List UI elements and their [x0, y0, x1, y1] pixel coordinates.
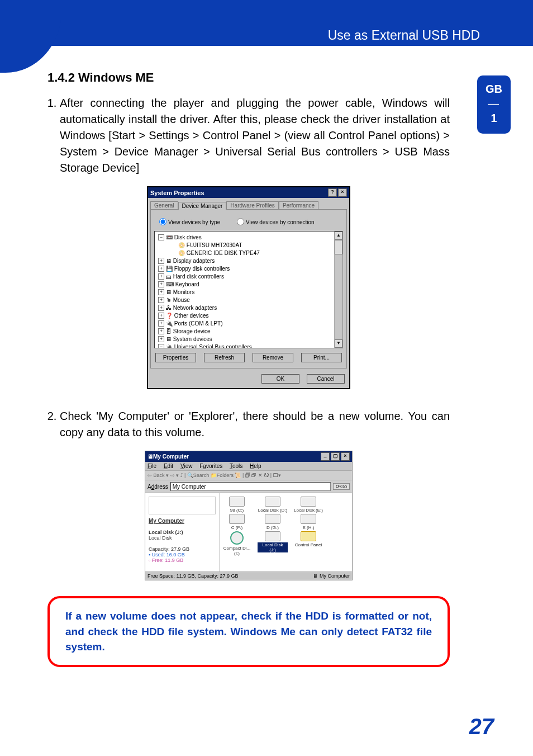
tab-general[interactable]: General	[150, 201, 178, 209]
drive-h[interactable]: E (H:)	[293, 514, 323, 530]
header-title: Use as External USB HDD	[328, 28, 480, 43]
ok-button[interactable]: OK	[261, 374, 299, 384]
side-tab-chapter: 1	[477, 111, 511, 125]
section-heading: 1.4.2 Windows ME	[47, 70, 450, 85]
menu-help[interactable]: Help	[250, 463, 261, 469]
capacity-label: Capacity: 27.9 GB	[149, 546, 216, 552]
close-icon[interactable]: ×	[338, 188, 347, 197]
mycomputer-icon	[149, 497, 216, 514]
side-panel: My Computer Local Disk (J:) Local Disk C…	[145, 493, 220, 571]
step-2: Check 'My Computer' or 'Explorer', there…	[60, 408, 450, 441]
menu-bar[interactable]: FFileile Edit View Favorites Tools Help	[145, 462, 352, 471]
mycomputer-titlebar: 🖥 My Computer _ ▢ ×	[145, 451, 352, 462]
expand-icon[interactable]: +	[158, 258, 164, 264]
toolbar[interactable]: ⇦ Back ▾ ⇨ ▾ ⤴ | 🔍Search 📁Folders 📜 | 🗐 …	[145, 471, 352, 480]
radio-by-type[interactable]: View devices by type	[156, 219, 220, 225]
header-curve	[0, 0, 61, 73]
side-tab: GB — 1	[477, 75, 511, 134]
drive-g[interactable]: D (G:)	[258, 514, 288, 530]
used-label: Used: 16.0 GB	[152, 552, 185, 557]
tab-hardware-profiles[interactable]: Hardware Profiles	[226, 201, 278, 209]
side-panel-title: My Computer	[149, 518, 216, 524]
sysprops-titlebar: System Properties ? ×	[148, 187, 349, 198]
drive-f[interactable]: C (F:)	[222, 514, 252, 530]
scrollbar[interactable]: ▲ ▼	[334, 231, 342, 348]
minimize-icon[interactable]: _	[321, 452, 330, 461]
drive-i-cd[interactable]: Compact Di... (I:)	[222, 531, 252, 556]
side-tab-lang: GB	[477, 82, 511, 96]
address-bar: Address ⟳Go	[145, 480, 352, 493]
remove-button[interactable]: Remove	[253, 353, 293, 362]
collapse-icon[interactable]: −	[158, 234, 164, 240]
address-label: Address	[147, 484, 168, 490]
free-label: Free: 11.9 GB	[152, 557, 184, 563]
maximize-icon[interactable]: ▢	[331, 452, 340, 461]
mycomputer-title: My Computer	[153, 453, 189, 460]
menu-file[interactable]: FFileile	[147, 463, 156, 469]
menu-edit[interactable]: Edit	[164, 463, 173, 469]
go-button[interactable]: ⟳Go	[333, 483, 350, 490]
print-button[interactable]: Print...	[301, 353, 342, 362]
drive-j-selected[interactable]: Local Disk (J:)	[258, 531, 288, 556]
drive-c[interactable]: 98 (C:)	[222, 497, 252, 513]
drive-d[interactable]: Local Disk (D:)	[258, 497, 288, 513]
menu-favorites[interactable]: Favorites	[199, 463, 222, 469]
menu-tools[interactable]: Tools	[230, 463, 242, 469]
sysprops-title: System Properties	[150, 190, 204, 196]
step-1: After connecting the player and plugging…	[60, 95, 450, 176]
my-computer-window: 🖥 My Computer _ ▢ × FFileile Edit View F…	[145, 451, 353, 580]
control-panel-icon[interactable]: Control Panel	[293, 531, 323, 556]
radio-by-connection[interactable]: View devices by connection	[234, 219, 315, 225]
properties-button[interactable]: Properties	[155, 353, 196, 362]
steps-list: After connecting the player and plugging…	[47, 95, 450, 176]
selected-drive-name: Local Disk (J:)	[149, 530, 216, 535]
scroll-down-icon[interactable]: ▼	[335, 339, 342, 348]
tab-device-manager[interactable]: Device Manager	[178, 202, 227, 210]
device-tree[interactable]: −📼 Disk drives 📀 FUJITSU MHT2030AT 📀 GEN…	[154, 231, 343, 348]
cancel-button[interactable]: Cancel	[307, 374, 345, 384]
scroll-up-icon[interactable]: ▲	[335, 231, 342, 240]
warning-box: If a new volume does not appear, check i…	[47, 596, 450, 667]
sysprops-tabs: General Device Manager Hardware Profiles…	[150, 201, 347, 209]
help-icon[interactable]: ?	[328, 188, 337, 197]
menu-view[interactable]: View	[180, 463, 193, 469]
side-tab-divider: —	[477, 97, 511, 110]
page-number: 27	[469, 714, 494, 739]
warning-text: If a new volume does not appear, check i…	[65, 608, 432, 655]
selected-drive-type: Local Disk	[149, 535, 216, 541]
close-icon[interactable]: ×	[341, 452, 350, 461]
system-properties-window: System Properties ? × General Device Man…	[147, 186, 350, 389]
drive-e[interactable]: Local Disk (E:)	[293, 497, 323, 513]
tab-performance[interactable]: Performance	[279, 201, 318, 209]
refresh-button[interactable]: Refresh	[204, 353, 245, 362]
steps-list-2: Check 'My Computer' or 'Explorer', there…	[47, 408, 450, 441]
scroll-thumb[interactable]	[335, 240, 342, 254]
status-right: My Computer	[320, 573, 350, 579]
address-input[interactable]	[170, 482, 331, 491]
status-left: Free Space: 11.9 GB, Capacity: 27.9 GB	[147, 573, 239, 579]
status-bar: Free Space: 11.9 GB, Capacity: 27.9 GB 🖥…	[145, 571, 352, 580]
drive-grid: 98 (C:) Local Disk (D:) Local Disk (E:) …	[220, 493, 352, 571]
